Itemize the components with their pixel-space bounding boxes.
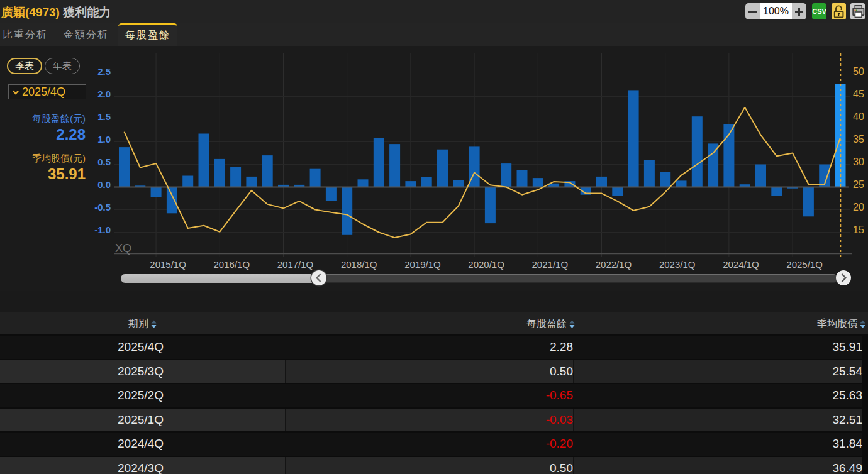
- svg-text:2019/1Q: 2019/1Q: [404, 259, 441, 270]
- svg-text:XQ: XQ: [115, 242, 131, 255]
- svg-text:40: 40: [853, 111, 864, 122]
- svg-text:2.5: 2.5: [97, 66, 111, 77]
- svg-text:2017/1Q: 2017/1Q: [277, 259, 314, 270]
- svg-text:2023/1Q: 2023/1Q: [659, 259, 696, 270]
- svg-text:2.0: 2.0: [97, 89, 111, 99]
- svg-text:50: 50: [853, 66, 864, 77]
- svg-text:0.5: 0.5: [97, 157, 111, 167]
- svg-text:20: 20: [853, 202, 864, 212]
- svg-text:2016/1Q: 2016/1Q: [214, 259, 250, 270]
- svg-text:30: 30: [853, 157, 864, 167]
- svg-text:2018/1Q: 2018/1Q: [341, 259, 377, 270]
- svg-text:0.0: 0.0: [97, 179, 111, 190]
- svg-text:2020/1Q: 2020/1Q: [468, 259, 504, 270]
- svg-text:35: 35: [853, 134, 864, 145]
- svg-text:1.5: 1.5: [97, 111, 111, 122]
- svg-text:15: 15: [853, 224, 864, 235]
- svg-text:-1.0: -1.0: [94, 224, 111, 235]
- svg-text:45: 45: [853, 89, 864, 99]
- svg-text:2022/1Q: 2022/1Q: [596, 259, 632, 270]
- svg-text:2021/1Q: 2021/1Q: [532, 259, 569, 270]
- svg-text:-0.5: -0.5: [94, 202, 111, 212]
- svg-text:2024/1Q: 2024/1Q: [723, 259, 759, 270]
- svg-text:2025/1Q: 2025/1Q: [786, 259, 823, 270]
- svg-text:2015/1Q: 2015/1Q: [150, 259, 186, 270]
- svg-text:1.0: 1.0: [97, 134, 111, 145]
- svg-text:25: 25: [853, 179, 864, 190]
